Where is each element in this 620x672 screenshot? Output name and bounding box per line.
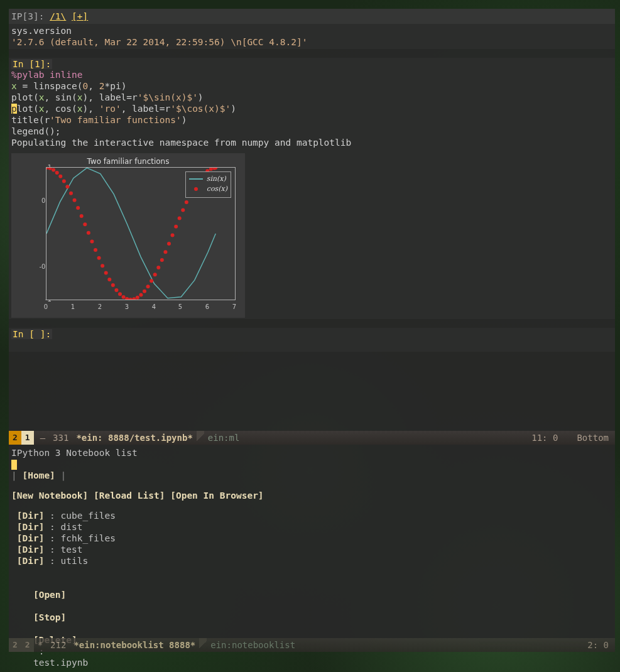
new-notebook-button[interactable]: [New Notebook] bbox=[11, 490, 88, 501]
svg-point-15 bbox=[97, 256, 101, 260]
notebook-list-pane: IPython 3 Notebook list | [Home] | [New … bbox=[9, 445, 615, 638]
ml-window-index: 2 bbox=[9, 638, 21, 652]
svg-point-24 bbox=[129, 298, 133, 300]
cell-1-prompt: In [1]: bbox=[11, 59, 52, 69]
chart-legend: sin(x) cos(x) bbox=[185, 171, 231, 198]
tab-add[interactable]: [+] bbox=[72, 11, 88, 21]
tab-bar: IP[3]: /1\ [+] bbox=[9, 9, 615, 24]
ml-mode: ein:notebooklist bbox=[207, 638, 299, 652]
xtick: 3 bbox=[125, 303, 129, 310]
open-button[interactable]: [Open] bbox=[33, 590, 66, 600]
dir-link[interactable]: [Dir] bbox=[11, 533, 44, 543]
sep-colon: : bbox=[44, 511, 60, 521]
code-l2e: ), label=r bbox=[83, 92, 138, 102]
svg-point-36 bbox=[171, 233, 175, 237]
cell-sysversion: sys.version '2.7.6 (default, Mar 22 2014… bbox=[9, 24, 615, 49]
svg-point-31 bbox=[153, 273, 157, 276]
tab-1[interactable]: /1\ bbox=[50, 11, 66, 21]
code-l2g: ) bbox=[198, 92, 204, 102]
svg-point-27 bbox=[139, 293, 143, 297]
svg-point-13 bbox=[90, 239, 94, 243]
code-l2f: '$\sin(x)$' bbox=[138, 92, 198, 102]
code-l2c: , sin( bbox=[44, 92, 77, 102]
file-name[interactable]: test.ipynb bbox=[33, 658, 88, 668]
dir-link[interactable]: [Dir] bbox=[11, 545, 44, 555]
modeline-top: 2 1 — 331 *ein: 8888/test.ipynb* ein:ml … bbox=[9, 431, 615, 445]
ml-mode: ein:ml bbox=[204, 431, 244, 445]
svg-point-28 bbox=[143, 290, 146, 293]
ml-pos: 2: 0 bbox=[587, 638, 609, 652]
svg-point-21 bbox=[118, 292, 122, 296]
tabbar-label: IP[3]: bbox=[11, 11, 44, 21]
ml-bottom: Bottom bbox=[577, 431, 609, 445]
svg-point-16 bbox=[101, 264, 104, 268]
code-l3j: ) bbox=[231, 104, 236, 114]
dir-link[interactable]: [Dir] bbox=[11, 511, 44, 521]
chart-output: Two familiar functions 1 0.5 0 -0.5 -1 0… bbox=[11, 153, 245, 318]
code-l1a: x bbox=[11, 81, 17, 91]
modeline-bottom: 2 2 * 212 *ein:notebooklist 8888* ein:no… bbox=[9, 638, 615, 652]
code-l3f: ), bbox=[83, 104, 99, 114]
ml-buffer-name: *ein:notebooklist 8888* bbox=[70, 638, 199, 652]
code-l0: %pylab inline bbox=[11, 70, 83, 80]
svg-point-39 bbox=[181, 208, 185, 212]
home-link[interactable]: [Home] bbox=[22, 470, 55, 480]
sep-colon: : bbox=[44, 522, 60, 532]
code-l5: legend(); bbox=[11, 126, 612, 137]
svg-point-4 bbox=[58, 175, 62, 178]
code-l3g: 'ro' bbox=[99, 104, 121, 114]
code-l2d: x bbox=[77, 92, 83, 102]
open-browser-button[interactable]: [Open In Browser] bbox=[170, 490, 263, 501]
cell-1-stdout: Populating the interactive namespace fro… bbox=[11, 137, 612, 148]
dir-name[interactable]: utils bbox=[61, 556, 89, 566]
sep-bar: | bbox=[11, 470, 22, 480]
notebook-list-title: IPython 3 Notebook list bbox=[11, 447, 612, 458]
code-l1b: = linspace( bbox=[17, 81, 83, 91]
dir-link[interactable]: [Dir] bbox=[11, 556, 44, 566]
legend-dot-icon bbox=[189, 187, 203, 191]
code-l3e: x bbox=[77, 104, 83, 114]
xtick: 4 bbox=[152, 303, 156, 310]
dir-name[interactable]: test bbox=[61, 545, 83, 555]
dir-name[interactable]: fchk_files bbox=[61, 533, 116, 543]
svg-point-30 bbox=[150, 279, 153, 283]
svg-point-47 bbox=[209, 168, 213, 171]
svg-point-22 bbox=[122, 295, 126, 299]
reload-list-button[interactable]: [Reload List] bbox=[94, 490, 165, 501]
dir-name[interactable]: dist bbox=[61, 522, 83, 532]
sep-bar: | bbox=[61, 470, 67, 480]
xtick: 6 bbox=[205, 303, 209, 310]
svg-point-32 bbox=[156, 266, 160, 269]
svg-point-0 bbox=[46, 168, 48, 170]
stop-button[interactable]: [Stop] bbox=[33, 612, 66, 622]
svg-point-3 bbox=[55, 171, 59, 175]
ml-linenum: 331 bbox=[49, 431, 72, 445]
svg-point-10 bbox=[80, 214, 84, 218]
cell-out-in: sys.version bbox=[11, 25, 612, 36]
svg-point-23 bbox=[125, 297, 129, 300]
cell-empty[interactable]: In [ ]: bbox=[9, 328, 615, 352]
legend-line-icon bbox=[189, 178, 203, 180]
code-l2a: plot( bbox=[11, 92, 39, 102]
dir-name[interactable]: cube_files bbox=[61, 511, 116, 521]
svg-point-35 bbox=[167, 242, 171, 246]
ml-window-index: 2 bbox=[9, 431, 21, 445]
code-l3b: lot( bbox=[17, 104, 39, 114]
chevron-right-icon bbox=[199, 638, 207, 652]
sep-colon: : bbox=[44, 533, 60, 543]
svg-point-26 bbox=[136, 296, 139, 300]
code-l4c: ) bbox=[182, 115, 187, 125]
sep-colon: : bbox=[44, 545, 60, 555]
svg-point-2 bbox=[52, 168, 55, 172]
svg-point-1 bbox=[48, 168, 52, 170]
svg-point-11 bbox=[83, 222, 87, 226]
sep-colon: : bbox=[44, 556, 60, 566]
code-l4b: 'Two familiar functions' bbox=[50, 115, 182, 125]
dir-link[interactable]: [Dir] bbox=[11, 522, 44, 532]
cell-1[interactable]: In [1]: %pylab inline x = linspace(0, 2*… bbox=[9, 58, 615, 319]
cell-out-value: '2.7.6 (default, Mar 22 2014, 22:59:56) … bbox=[11, 36, 612, 48]
svg-point-40 bbox=[185, 200, 188, 204]
ml-buffer-index: 1 bbox=[21, 431, 34, 445]
code-l1c: 0 bbox=[83, 81, 89, 91]
svg-point-37 bbox=[174, 225, 178, 229]
